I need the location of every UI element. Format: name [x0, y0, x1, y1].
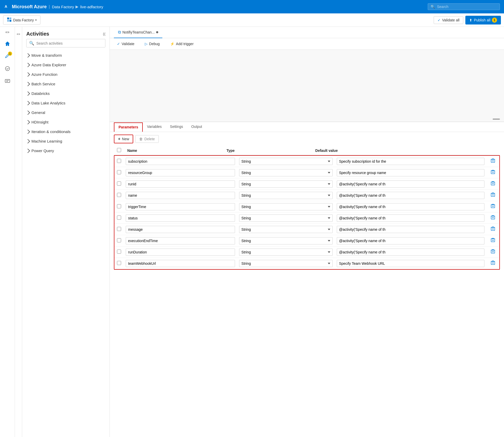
param-default-input-0[interactable] [337, 158, 484, 165]
monitor-button[interactable] [2, 63, 13, 74]
param-type-select-5[interactable]: String Bool Int Float Array Object Secur… [239, 215, 333, 222]
param-type-cell-9: String Bool Int Float Array Object Secur… [237, 258, 335, 269]
svg-text:A: A [5, 4, 7, 9]
param-type-select-3[interactable]: String Bool Int Float Array Object Secur… [239, 192, 333, 199]
param-type-select-7[interactable]: String Bool Int Float Array Object Secur… [239, 237, 333, 244]
delete-row-btn-4[interactable] [489, 203, 497, 211]
debug-button[interactable]: ▷ Debug [142, 40, 163, 47]
breadcrumb-datafactory[interactable]: Data Factory [52, 5, 74, 9]
delete-row-btn-0[interactable] [489, 157, 497, 165]
select-all-checkbox[interactable] [117, 148, 121, 152]
group-label: General [31, 110, 45, 115]
param-default-input-1[interactable] [337, 169, 484, 176]
delete-row-btn-6[interactable] [489, 225, 497, 233]
param-type-select-6[interactable]: String Bool Int Float Array Object Secur… [239, 226, 333, 233]
param-default-input-7[interactable] [337, 237, 484, 244]
activity-group-machine-learning[interactable]: Machine Learning [22, 136, 110, 146]
group-label: HDInsight [31, 120, 48, 124]
tab-output[interactable]: Output [187, 122, 206, 132]
param-name-input-1[interactable] [126, 169, 235, 176]
activity-group-iteration-conditionals[interactable]: Iteration & conditionals [22, 127, 110, 136]
param-name-input-3[interactable] [126, 192, 235, 199]
param-default-input-8[interactable] [337, 249, 484, 256]
row-checkbox-5[interactable] [117, 216, 121, 220]
param-name-input-8[interactable] [126, 249, 235, 256]
bottom-panel: Parameters Variables Settings Output + N… [110, 122, 504, 437]
global-search[interactable]: 🔍 Search [428, 3, 500, 10]
edit-button[interactable]: 1 [2, 51, 13, 62]
param-type-select-1[interactable]: String Bool Int Float Array Object Secur… [239, 169, 333, 176]
pipeline-unsaved-dot [156, 31, 158, 33]
param-default-input-2[interactable] [337, 180, 484, 188]
row-checkbox-1[interactable] [117, 170, 121, 174]
activity-group-azure-function[interactable]: Azure Function [22, 70, 110, 79]
param-type-select-9[interactable]: String Bool Int Float Array Object Secur… [239, 260, 333, 267]
param-default-cell-6 [335, 224, 486, 235]
param-name-input-0[interactable] [126, 158, 235, 165]
row-checkbox-4[interactable] [117, 204, 121, 208]
row-checkbox-9[interactable] [117, 261, 121, 265]
param-type-select-4[interactable]: String Bool Int Float Array Object Secur… [239, 203, 333, 210]
delete-row-btn-7[interactable] [489, 237, 497, 245]
activity-group-move-transform[interactable]: Move & transform [22, 51, 110, 60]
validate-button[interactable]: ✓ Validate [114, 40, 138, 47]
expand-collapse-btn[interactable]: «» [4, 29, 11, 35]
param-name-input-6[interactable] [126, 226, 235, 233]
manage-button[interactable] [2, 75, 13, 87]
activities-collapse-btn[interactable]: «» [15, 31, 22, 37]
collapse-icon[interactable]: ⟨⟨ [103, 32, 105, 36]
delete-parameter-button[interactable]: 🗑 Delete [135, 135, 158, 143]
delete-row-btn-3[interactable] [489, 191, 497, 199]
group-label: Azure Function [31, 72, 57, 77]
row-checkbox-3[interactable] [117, 193, 121, 197]
param-default-input-3[interactable] [337, 192, 484, 199]
row-checkbox-0[interactable] [117, 159, 121, 163]
search-activities-input[interactable] [36, 41, 103, 45]
param-default-input-9[interactable] [337, 260, 484, 267]
row-checkbox-7[interactable] [117, 238, 121, 242]
canvas-collapse-handle[interactable] [493, 119, 500, 120]
tab-variables[interactable]: Variables [143, 122, 166, 132]
param-type-select-0[interactable]: String Bool Int Float Array Object Secur… [239, 158, 333, 165]
new-parameter-button[interactable]: + New [114, 135, 133, 143]
param-name-input-9[interactable] [126, 260, 235, 267]
param-name-input-7[interactable] [126, 237, 235, 244]
row-checkbox-6[interactable] [117, 227, 121, 231]
pipeline-tab-notify[interactable]: ⧉ NotifiyTeamsChan... [114, 27, 162, 38]
activity-group-general[interactable]: General [22, 108, 110, 117]
parameters-table-container: Name Type Default value [110, 146, 504, 274]
activities-sidebar: Activities ⟨⟨ 🔍 Move & transform Azure D… [22, 27, 110, 437]
validate-all-button[interactable]: ✓ Validate all [434, 16, 463, 24]
param-type-select-2[interactable]: String Bool Int Float Array Object Secur… [239, 180, 333, 188]
activity-group-power-query[interactable]: Power Query [22, 146, 110, 155]
search-activities[interactable]: 🔍 [26, 39, 105, 47]
delete-row-btn-2[interactable] [489, 180, 497, 188]
tab-parameters[interactable]: Parameters [114, 122, 143, 132]
tab-settings[interactable]: Settings [166, 122, 187, 132]
add-trigger-button[interactable]: ⚡ Add trigger [167, 40, 197, 47]
svg-rect-12 [491, 205, 495, 208]
activity-group-databricks[interactable]: Databricks [22, 89, 110, 98]
row-checkbox-2[interactable] [117, 182, 121, 186]
param-default-input-6[interactable] [337, 226, 484, 233]
row-checkbox-8[interactable] [117, 250, 121, 254]
delete-row-btn-5[interactable] [489, 214, 497, 222]
param-name-input-5[interactable] [126, 215, 235, 222]
activity-group-batch-service[interactable]: Batch Service [22, 79, 110, 89]
publish-all-button[interactable]: ⬆ Publish all 1 [465, 16, 501, 24]
param-default-input-5[interactable] [337, 215, 484, 222]
delete-row-btn-1[interactable] [489, 169, 497, 177]
parameters-list-container: String Bool Int Float Array Object Secur… [114, 155, 500, 270]
activity-group-data-lake-analytics[interactable]: Data Lake Analytics [22, 98, 110, 108]
activity-group-azure-data-explorer[interactable]: Azure Data Explorer [22, 60, 110, 70]
table-row: String Bool Int Float Array Object Secur… [114, 190, 499, 201]
datafactory-tab[interactable]: Data Factory ▾ [3, 15, 40, 24]
activity-group-hdinsight[interactable]: HDInsight [22, 117, 110, 127]
delete-row-btn-9[interactable] [489, 259, 497, 267]
param-type-select-8[interactable]: String Bool Int Float Array Object Secur… [239, 249, 333, 256]
param-name-input-4[interactable] [126, 203, 235, 210]
delete-row-btn-8[interactable] [489, 248, 497, 256]
param-default-input-4[interactable] [337, 203, 484, 210]
home-button[interactable] [2, 38, 13, 50]
param-name-input-2[interactable] [126, 180, 235, 188]
